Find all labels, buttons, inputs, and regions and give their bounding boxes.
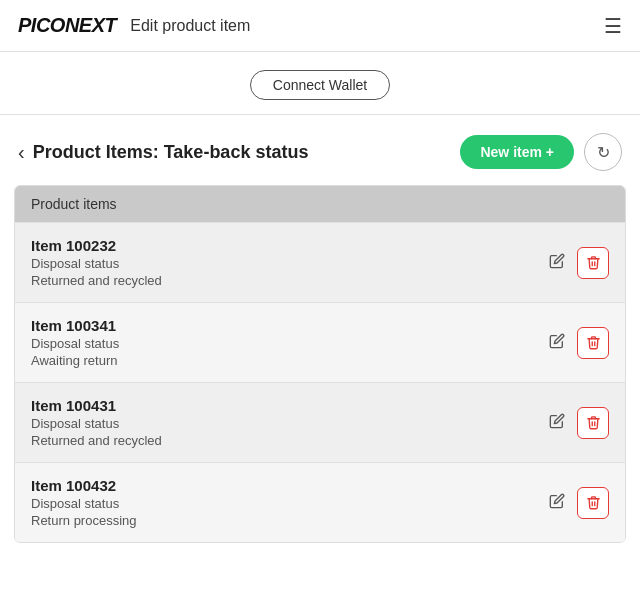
row-content: Item 100232 Disposal status Returned and…	[31, 237, 162, 288]
back-arrow-icon[interactable]: ‹	[18, 142, 25, 162]
row-item-name: Item 100432	[31, 477, 137, 494]
product-header-left: ‹ Product Items: Take-back status	[18, 142, 308, 163]
delete-button[interactable]	[577, 327, 609, 359]
product-header-row: ‹ Product Items: Take-back status New it…	[0, 115, 640, 185]
table-row: Item 100432 Disposal status Return proce…	[15, 462, 625, 542]
row-actions	[545, 327, 609, 359]
row-item-type: Disposal status	[31, 496, 137, 511]
row-content: Item 100431 Disposal status Returned and…	[31, 397, 162, 448]
edit-button[interactable]	[545, 249, 569, 276]
product-section-title: Product Items: Take-back status	[33, 142, 309, 163]
table-header: Product items	[15, 186, 625, 222]
hamburger-menu-icon[interactable]: ☰	[604, 16, 622, 36]
row-item-name: Item 100232	[31, 237, 162, 254]
edit-button[interactable]	[545, 489, 569, 516]
delete-button[interactable]	[577, 407, 609, 439]
product-items-table: Product items Item 100232 Disposal statu…	[14, 185, 626, 543]
app-logo: PICONEXT	[18, 14, 116, 37]
edit-button[interactable]	[545, 329, 569, 356]
row-item-name: Item 100431	[31, 397, 162, 414]
row-actions	[545, 407, 609, 439]
row-actions	[545, 247, 609, 279]
refresh-button[interactable]: ↻	[584, 133, 622, 171]
app-header: PICONEXT Edit product item ☰	[0, 0, 640, 52]
connect-wallet-button[interactable]: Connect Wallet	[250, 70, 390, 100]
row-item-type: Disposal status	[31, 416, 162, 431]
edit-button[interactable]	[545, 409, 569, 436]
header-left: PICONEXT Edit product item	[18, 14, 250, 37]
table-row: Item 100341 Disposal status Awaiting ret…	[15, 302, 625, 382]
new-item-button[interactable]: New item +	[460, 135, 574, 169]
connect-wallet-section: Connect Wallet	[0, 52, 640, 115]
delete-button[interactable]	[577, 487, 609, 519]
row-item-status: Returned and recycled	[31, 433, 162, 448]
row-item-name: Item 100341	[31, 317, 119, 334]
row-item-type: Disposal status	[31, 256, 162, 271]
row-item-status: Returned and recycled	[31, 273, 162, 288]
row-item-status: Return processing	[31, 513, 137, 528]
delete-button[interactable]	[577, 247, 609, 279]
row-content: Item 100432 Disposal status Return proce…	[31, 477, 137, 528]
row-content: Item 100341 Disposal status Awaiting ret…	[31, 317, 119, 368]
product-header-right: New item + ↻	[460, 133, 622, 171]
table-row: Item 100232 Disposal status Returned and…	[15, 222, 625, 302]
row-item-type: Disposal status	[31, 336, 119, 351]
table-row: Item 100431 Disposal status Returned and…	[15, 382, 625, 462]
row-item-status: Awaiting return	[31, 353, 119, 368]
page-title: Edit product item	[130, 17, 250, 35]
row-actions	[545, 487, 609, 519]
